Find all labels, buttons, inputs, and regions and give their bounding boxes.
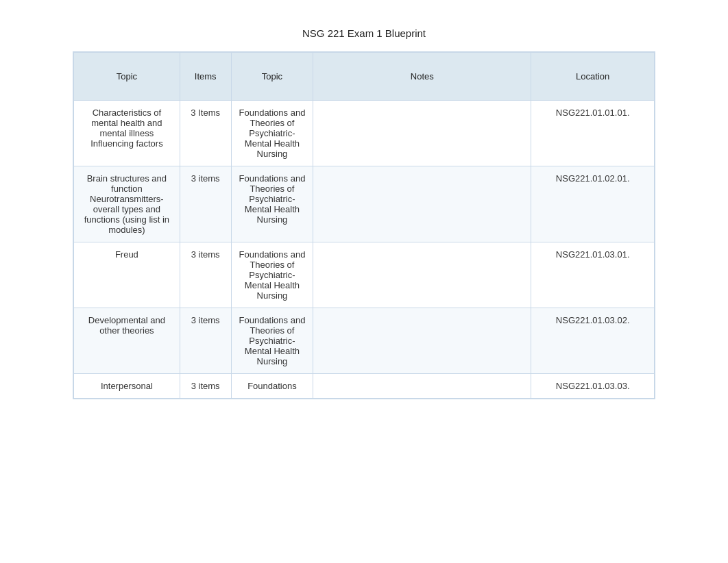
table-row: Developmental and other theories3 itemsF…	[74, 308, 655, 374]
header-topic2: Topic	[231, 53, 313, 101]
header-notes: Notes	[313, 53, 531, 101]
cell-location-1: NSG221.01.02.01.	[531, 166, 655, 242]
cell-items-1: 3 items	[180, 166, 231, 242]
blueprint-table: Topic Items Topic Notes Location Charact…	[73, 52, 655, 399]
cell-topic1-3: Developmental and other theories	[74, 308, 180, 374]
header-location: Location	[531, 53, 655, 101]
cell-topic1-1: Brain structures and function Neurotrans…	[74, 166, 180, 242]
cell-notes-4	[313, 374, 531, 399]
cell-topic1-2: Freud	[74, 242, 180, 308]
cell-location-3: NSG221.01.03.02.	[531, 308, 655, 374]
cell-items-2: 3 items	[180, 242, 231, 308]
cell-items-3: 3 items	[180, 308, 231, 374]
cell-location-0: NSG221.01.01.01.	[531, 101, 655, 166]
cell-items-0: 3 Items	[180, 101, 231, 166]
cell-topic1-0: Characteristics of mental health and men…	[74, 101, 180, 166]
cell-topic2-3: Foundations and Theories of Psychiatric-…	[231, 308, 313, 374]
header-items: Items	[180, 53, 231, 101]
blueprint-table-wrapper: Topic Items Topic Notes Location Charact…	[73, 51, 655, 399]
cell-location-4: NSG221.01.03.03.	[531, 374, 655, 399]
cell-location-2: NSG221.01.03.01.	[531, 242, 655, 308]
header-topic1: Topic	[74, 53, 180, 101]
cell-notes-0	[313, 101, 531, 166]
cell-topic1-4: Interpersonal	[74, 374, 180, 399]
cell-notes-1	[313, 166, 531, 242]
table-row: Brain structures and function Neurotrans…	[74, 166, 655, 242]
table-row: Interpersonal3 itemsFoundationsNSG221.01…	[74, 374, 655, 399]
cell-topic2-1: Foundations and Theories of Psychiatric-…	[231, 166, 313, 242]
cell-topic2-0: Foundations and Theories of Psychiatric-…	[231, 101, 313, 166]
table-header-row: Topic Items Topic Notes Location	[74, 53, 655, 101]
cell-topic2-4: Foundations	[231, 374, 313, 399]
table-row: Characteristics of mental health and men…	[74, 101, 655, 166]
page-title: NSG 221 Exam 1 Blueprint	[302, 27, 426, 39]
cell-items-4: 3 items	[180, 374, 231, 399]
cell-topic2-2: Foundations and Theories of Psychiatric-…	[231, 242, 313, 308]
cell-notes-2	[313, 242, 531, 308]
table-row: Freud3 itemsFoundations and Theories of …	[74, 242, 655, 308]
cell-notes-3	[313, 308, 531, 374]
table-body: Characteristics of mental health and men…	[74, 101, 655, 399]
